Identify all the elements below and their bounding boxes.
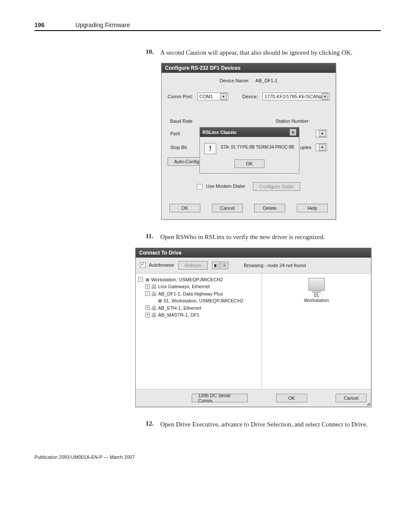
- comm-port-label: Comm Port:: [168, 94, 193, 99]
- dialog-title: Configure RS-232 DF1 Devices: [162, 63, 336, 73]
- ok-button[interactable]: OK: [169, 204, 200, 212]
- use-modem-label: Use Modem Dialer: [206, 184, 245, 189]
- help-button[interactable]: Help: [297, 204, 328, 212]
- tree-item[interactable]: 01, Workstation, USMEQPJMICECH2: [164, 297, 243, 305]
- chevron-down-icon: ▼: [319, 144, 326, 151]
- step-11: 11. Open RSWho in RSLinx to verify the n…: [146, 233, 381, 241]
- expand-icon[interactable]: +: [145, 284, 150, 289]
- refresh-button[interactable]: Refresh: [178, 261, 208, 270]
- popup-message: STA: 01 TYPE:8B TERM:34 PROC:8B: [221, 143, 294, 154]
- comm-port-select[interactable]: COM1 ▼: [197, 93, 228, 100]
- rslinx-popup: RSLinx Classic ✕ ! STA: 01 TYPE:8B TERM:…: [199, 127, 299, 174]
- publication-footer: Publication 2093-UM001A-EN-P — March 200…: [34, 454, 381, 460]
- device-name-value: AB_DF1-1: [255, 78, 277, 83]
- dialog-title: Connect To Drive: [136, 248, 371, 258]
- network-icon: 品: [152, 305, 156, 312]
- chevron-down-icon: ▼: [322, 93, 328, 100]
- tree-root[interactable]: Workstation, USMEQPJMICECH2: [151, 276, 223, 283]
- content-line1: 01: [304, 292, 329, 298]
- list-view-icon[interactable]: ◧: [212, 261, 220, 269]
- checkbox-icon: [197, 184, 202, 190]
- tree-item[interactable]: AB_DF1-1, Data Highway Plus: [158, 290, 223, 298]
- parity-label: Parit: [170, 131, 180, 136]
- step-number: 11.: [146, 233, 160, 241]
- tree-item[interactable]: Linx Gateways, Ethernet: [158, 283, 210, 290]
- step-text: A second Caution will appear, that also …: [160, 48, 352, 57]
- collapse-icon[interactable]: −: [138, 277, 143, 282]
- popup-ok-button[interactable]: OK: [234, 159, 265, 168]
- duplex-select[interactable]: ▼: [316, 143, 327, 151]
- device-name-label: Device Name:: [220, 78, 249, 83]
- workstation-icon: 🖥: [145, 276, 149, 283]
- step-10: 10. A second Caution will appear, that a…: [146, 48, 381, 57]
- checkbox-checked-icon: ✓: [140, 262, 146, 268]
- autobrowse-label: Autobrowse: [149, 262, 174, 268]
- comm-port-value: COM1: [199, 94, 213, 99]
- delete-button[interactable]: Delete: [254, 204, 285, 212]
- popup-title: RSLinx Classic: [202, 130, 237, 135]
- autobrowse-checkbox[interactable]: ✓ Autobrowse: [140, 262, 174, 268]
- configure-dialer-button[interactable]: Configure Dialer: [253, 182, 300, 191]
- toolbar: ✓ Autobrowse Refresh ◧ ☰ Browsing - node…: [136, 258, 371, 273]
- parity-select-right[interactable]: ▼: [316, 130, 327, 137]
- workstation-icon: 🖥: [157, 297, 162, 305]
- configure-df1-dialog: Configure RS-232 DF1 Devices Device Name…: [161, 63, 336, 220]
- cancel-button[interactable]: Cancel: [212, 204, 243, 212]
- stop-bits-label: Stop Bit: [170, 145, 187, 150]
- station-number-label: Station Number:: [276, 118, 310, 124]
- section-title: Upgrading Firmware: [75, 22, 130, 28]
- uplex-label: uplex: [300, 145, 311, 150]
- cancel-button[interactable]: Cancel: [336, 394, 367, 402]
- network-icon: 品: [152, 283, 156, 290]
- step-number: 10.: [146, 48, 160, 57]
- content-pane: 01 Workstation: [262, 274, 371, 389]
- connect-to-drive-dialog: Connect To Drive ✓ Autobrowse Refresh ◧ …: [135, 248, 371, 407]
- page-header: 196 Upgrading Firmware: [34, 22, 381, 31]
- step-12: 12. Open Drive Executive, advance to Dri…: [146, 420, 381, 429]
- chevron-down-icon: ▼: [319, 130, 326, 137]
- step-text: Open RSWho in RSLinx to verify the new d…: [160, 233, 325, 241]
- collapse-icon[interactable]: −: [145, 291, 150, 296]
- tree-item[interactable]: AB_MASTR-1, DF1: [158, 311, 199, 319]
- content-line2: Workstation: [304, 298, 329, 303]
- page-number: 196: [34, 22, 75, 28]
- device-tree[interactable]: − 🖥 Workstation, USMEQPJMICECH2 + 品 Linx…: [136, 274, 262, 389]
- chevron-down-icon: ▼: [220, 93, 227, 100]
- serial-comm-button[interactable]: 1395 DC Serial Comm.: [192, 394, 248, 402]
- device-label: Device:: [242, 94, 258, 99]
- resize-grip-icon[interactable]: ◢: [367, 401, 370, 406]
- device-value: 1770-KF2/1785-KE/SCANpor: [265, 94, 322, 99]
- warning-icon: !: [204, 143, 216, 154]
- step-text: Open Drive Executive, advance to Drive S…: [160, 420, 368, 429]
- step-number: 12.: [146, 420, 160, 429]
- ok-button[interactable]: OK: [276, 394, 307, 402]
- browsing-status: Browsing - node 24 not found: [244, 263, 306, 268]
- network-icon: 品: [152, 311, 156, 319]
- expand-icon[interactable]: +: [145, 305, 150, 310]
- workstation-large-icon[interactable]: [308, 278, 325, 291]
- details-view-icon[interactable]: ☰: [221, 261, 228, 269]
- tree-item[interactable]: AB_ETH-1, Ethernet: [158, 305, 201, 312]
- network-icon: 品: [152, 290, 156, 298]
- close-icon[interactable]: ✕: [290, 129, 296, 136]
- device-select[interactable]: 1770-KF2/1785-KE/SCANpor ▼: [262, 93, 330, 100]
- baud-rate-label: Baud Rate: [170, 118, 193, 124]
- expand-icon[interactable]: +: [145, 313, 150, 317]
- use-modem-checkbox[interactable]: Use Modem Dialer: [197, 184, 245, 190]
